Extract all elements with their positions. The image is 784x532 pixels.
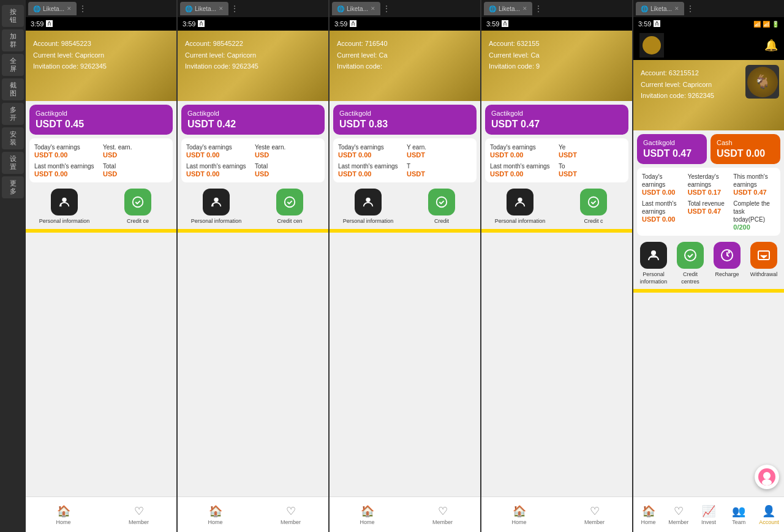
total-revenue-1: Total USD [103, 162, 168, 178]
member-icon-1: ♡ [134, 504, 144, 518]
gactikgold-card-2: Gactikgold USDT 0.42 [181, 105, 325, 135]
nav-home-5[interactable]: 🏠 Home [633, 500, 663, 530]
tab-menu-5[interactable]: ⋮ [687, 4, 694, 13]
total-val-1: USD [103, 170, 168, 178]
yellow-bar-4 [481, 229, 632, 233]
app-content-1: Account: 98545223 Current level: Caprico… [26, 31, 176, 532]
tab-close-3[interactable]: ✕ [371, 6, 375, 12]
toolbar-btn-2[interactable]: 全屏 [2, 54, 24, 76]
tab-2[interactable]: 🌐 Liketa... ✕ [180, 2, 228, 15]
personal-info-wrap-3[interactable]: Personal information [333, 189, 403, 225]
nav-account-5[interactable]: 👤 Account [754, 500, 784, 530]
support-icon-5[interactable] [755, 465, 779, 489]
tab-close-2[interactable]: ✕ [219, 6, 224, 12]
phone-col-5: 🌐 Liketa... ✕ ⋮ 3:59 🅰 📶 📶 🔋 [633, 0, 784, 532]
tab-1[interactable]: 🌐 Liketa... ✕ [28, 2, 77, 15]
gactikgold-label-1: Gactikgold [36, 110, 167, 117]
toolbar-btn-1[interactable]: 加群 [2, 29, 24, 51]
toolbar-btn-5[interactable]: 安装 [2, 127, 24, 149]
credit-wrap-2[interactable]: Credit cen [255, 189, 325, 225]
personal-info-icon-1 [51, 189, 78, 215]
toolbar-btn-0[interactable]: 按钮 [2, 5, 24, 27]
svg-point-19 [762, 479, 772, 485]
svg-point-3 [214, 198, 218, 202]
tab-menu-1[interactable]: ⋮ [79, 4, 86, 13]
bottom-nav-5: 🏠 Home ♡ Member 📈 Invest 👥 Team 👤 Accoun… [633, 496, 784, 532]
last-month-4: Last month's earnings USDT 0.00 [490, 162, 555, 178]
tab-menu-2[interactable]: ⋮ [231, 4, 238, 13]
nav-home-2[interactable]: 🏠 Home [178, 500, 253, 530]
toolbar-btn-4[interactable]: 多开 [2, 103, 24, 125]
nav-invest-5[interactable]: 📈 Invest [693, 500, 723, 530]
personal-info-wrap-2[interactable]: Personal information [181, 189, 251, 225]
status-bar-5: 3:59 🅰 📶 📶 🔋 [633, 17, 784, 31]
invitation-code-3: Invitation code: [337, 61, 473, 72]
toolbar-btn-7[interactable]: 更多 [2, 176, 24, 198]
toolbar-btn-3[interactable]: 截图 [2, 78, 24, 100]
icons-row-2: Personal information Credit cen [178, 186, 328, 228]
tab-bar-1: 🌐 Liketa... ✕ ⋮ [26, 0, 176, 17]
personal-info-wrap-1[interactable]: Personal information [29, 189, 99, 225]
app-content-3: Account: 716540 Current level: Ca Invita… [330, 31, 480, 532]
nav-member-1[interactable]: ♡ Member [101, 500, 176, 530]
earnings-section-4: Today's earnings USDT 0.00 Ye USDT Last … [485, 138, 628, 182]
personal-info-wrap-5[interactable]: Personal information [637, 242, 670, 285]
personal-info-label-5: Personal information [637, 271, 670, 285]
gactikgold-card-3: Gactikgold USDT 0.83 [333, 105, 477, 135]
nav-member-5[interactable]: ♡ Member [663, 500, 693, 530]
personal-info-icon-4 [507, 189, 533, 215]
notification-bell[interactable]: 🔔 [764, 39, 778, 52]
nav-home-4[interactable]: 🏠 Home [481, 500, 557, 530]
last-month-3: Last month's earnings USDT 0.00 [338, 162, 403, 178]
status-bar-1: 3:59 🅰 [26, 17, 176, 31]
withdrawal-wrap-5[interactable]: Withdrawal [747, 242, 780, 285]
icons-row-5: Personal information Credit centres Rech… [633, 239, 784, 288]
personal-info-wrap-4[interactable]: Personal information [485, 189, 555, 225]
credit-label-5: Credit centres [674, 271, 707, 285]
credit-wrap-1[interactable]: Credit ce [103, 189, 173, 225]
personal-info-icon-3 [355, 189, 382, 215]
credit-wrap-3[interactable]: Credit [407, 189, 477, 225]
personal-info-label-3: Personal information [343, 218, 394, 225]
toolbar-btn-6[interactable]: 设置 [2, 152, 24, 174]
recharge-wrap-5[interactable]: Recharge [710, 242, 744, 285]
time-5: 3:59 [638, 20, 651, 28]
tab-close-4[interactable]: ✕ [522, 6, 527, 12]
nav-member-4[interactable]: ♡ Member [557, 500, 632, 530]
tab-close-1[interactable]: ✕ [67, 6, 72, 12]
gactikgold-card-1: Gactikgold USDT 0.45 [29, 105, 173, 135]
nav-member-2[interactable]: ♡ Member [253, 500, 328, 530]
nav-team-5[interactable]: 👥 Team [724, 500, 754, 530]
tab-close-5[interactable]: ✕ [674, 6, 679, 12]
credit-wrap-5[interactable]: Credit centres [674, 242, 707, 285]
credit-wrap-4[interactable]: Credit c [559, 189, 628, 225]
time-4: 3:59 [486, 20, 499, 28]
nav-member-3[interactable]: ♡ Member [405, 500, 480, 530]
app-content-4: Account: 632155 Current level: Ca Invita… [481, 31, 632, 532]
signal-icon: 📶 [763, 21, 770, 28]
nav-home-3[interactable]: 🏠 Home [330, 500, 405, 530]
tab-label-1: Liketa... [43, 6, 64, 12]
tab-4[interactable]: 🌐 Liketa... ✕ [484, 2, 532, 15]
icons-row-1: Personal information Credit ce [26, 186, 176, 228]
svg-point-8 [518, 198, 522, 202]
credit-label-2: Credit cen [277, 218, 302, 225]
bottom-nav-2: 🏠 Home ♡ Member [178, 496, 328, 532]
earnings-section-3: Today's earnings USDT 0.00 Y earn. USDT … [333, 138, 477, 182]
tab-3[interactable]: 🌐 Liketa... ✕ [332, 2, 380, 15]
account-info-1: Account: 98545223 Current level: Caprico… [33, 38, 169, 72]
balance-section-2: Gactikgold USDT 0.42 [178, 101, 328, 138]
tab-menu-4[interactable]: ⋮ [535, 4, 542, 13]
invitation-code-4: Invitation code: 9 [489, 61, 625, 72]
svg-point-12 [651, 250, 656, 255]
account-number-4: Account: 632155 [489, 38, 625, 50]
recharge-label-5: Recharge [715, 271, 739, 279]
today-earnings-5: Today's earnings USDT 0.00 [642, 173, 684, 196]
side-toolbar: 按钮 加群 全屏 截图 多开 安装 设置 更多 [0, 0, 26, 532]
status-icon-2: 🅰 [198, 20, 205, 28]
tab-menu-3[interactable]: ⋮ [383, 4, 390, 13]
gold-card-1: Account: 98545223 Current level: Caprico… [26, 31, 176, 101]
nav-home-1[interactable]: 🏠 Home [26, 500, 101, 530]
last-month-val-1: USDT 0.00 [34, 170, 99, 178]
tab-5[interactable]: 🌐 Liketa... ✕ [636, 2, 684, 15]
